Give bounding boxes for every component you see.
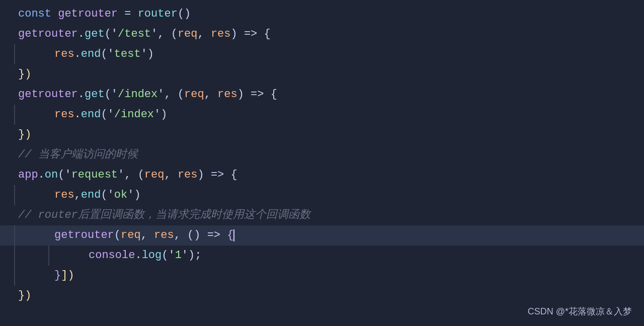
code-line-line14: }])	[0, 266, 644, 286]
code-line-line12: getrouter(req, res, () => {	[0, 225, 644, 246]
code-line-line13: console.log('1');	[0, 246, 644, 266]
code-line-line5: getrouter.get('/index', (req, res) => {	[0, 85, 644, 105]
code-line-line11: // router后置回调函数，当请求完成时使用这个回调函数	[0, 205, 644, 225]
code-line-line9: app.on('request', (req, res) => {	[0, 165, 644, 185]
code-line-line2: getrouter.get('/test', (req, res) => {	[0, 24, 644, 44]
watermark: CSDN @*花落微凉＆入梦	[528, 304, 632, 319]
code-line-line10: res,end('ok')	[0, 185, 644, 205]
code-line-line6: res.end('/index')	[0, 105, 644, 125]
code-line-line1: const getrouter = router()	[0, 4, 644, 24]
code-line-line3: res.end('test')	[0, 44, 644, 64]
code-line-line8: // 当客户端访问的时候	[0, 145, 644, 165]
code-line-line15: })	[0, 286, 644, 306]
code-container: const getrouter = router()getrouter.get(…	[0, 0, 644, 310]
code-line-line4: })	[0, 64, 644, 85]
code-line-line7: })	[0, 125, 644, 145]
